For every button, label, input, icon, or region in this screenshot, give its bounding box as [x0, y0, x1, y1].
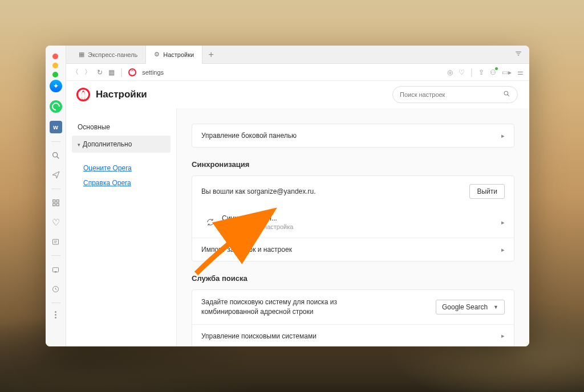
svg-rect-4 — [52, 203, 55, 206]
settings-search[interactable] — [392, 86, 518, 103]
share-icon[interactable]: ⇪ — [478, 68, 484, 76]
opera-icon — [128, 68, 136, 76]
search-icon[interactable] — [50, 150, 62, 161]
window-controls — [52, 54, 58, 77]
separator — [51, 255, 60, 256]
new-tab-button[interactable]: + — [202, 50, 220, 60]
whatsapp-icon[interactable] — [50, 100, 62, 113]
battery-icon[interactable]: ▭▸ — [502, 68, 512, 76]
svg-point-0 — [52, 153, 57, 157]
profile-icon[interactable]: ⚇ — [490, 68, 496, 76]
separator — [51, 141, 60, 142]
back-button[interactable]: 〈 — [72, 67, 79, 77]
caret-down-icon: ▼ — [493, 304, 498, 310]
gear-icon: ⚙ — [154, 51, 160, 58]
chevron-right-icon: ▸ — [501, 132, 505, 140]
sidebar-mgmt-row[interactable]: Управление боковой панелью ▸ — [192, 124, 514, 147]
tab-bar: ▦ Экспресс-панель ⚙ Настройки + — [66, 46, 529, 64]
search-card: Задайте поисковую систему для поиска из … — [192, 289, 514, 346]
search-input[interactable] — [400, 91, 503, 98]
forward-button[interactable]: 〉 — [84, 67, 91, 77]
svg-rect-5 — [56, 203, 59, 206]
chevron-right-icon: ▸ — [501, 246, 505, 254]
vk-icon[interactable]: w — [50, 121, 62, 133]
settings-header: Настройки — [66, 81, 529, 108]
nav-rate-link[interactable]: Оцените Opera — [72, 161, 171, 175]
browser-window: ✦ w ♡ ▦ Экспресс-панель — [46, 46, 529, 346]
address-text[interactable]: settings — [142, 69, 164, 76]
speed-dial-icon[interactable] — [50, 197, 62, 209]
tab-label: Экспресс-панель — [88, 51, 137, 58]
main-area: ▦ Экспресс-панель ⚙ Настройки + 〈 〉 ↻ ▦ … — [66, 46, 529, 346]
tab-settings[interactable]: ⚙ Настройки — [146, 46, 202, 64]
messenger-icon[interactable]: ✦ — [50, 80, 62, 92]
heart-icon[interactable]: ♡ — [50, 217, 62, 228]
tab-menu-icon[interactable] — [514, 50, 522, 60]
app-sidebar: ✦ w ♡ — [46, 46, 66, 346]
nav-advanced[interactable]: ▾Дополнительно — [72, 136, 171, 153]
svg-point-14 — [504, 91, 508, 95]
maximize-window[interactable] — [52, 72, 58, 77]
svg-rect-2 — [52, 200, 55, 202]
search-mgmt-row[interactable]: Управление поисковыми системами ▸ — [192, 324, 514, 346]
import-row[interactable]: Импорт закладок и настроек ▸ — [192, 238, 514, 261]
settings-body: Основные ▾Дополнительно Оцените Opera Сп… — [66, 108, 529, 346]
settings-nav: Основные ▾Дополнительно Оцените Opera Сп… — [66, 108, 177, 346]
svg-rect-9 — [53, 267, 59, 272]
chevron-right-icon: ▸ — [501, 219, 505, 226]
svg-line-15 — [508, 95, 509, 96]
grid-icon: ▦ — [79, 51, 84, 58]
svg-rect-3 — [56, 200, 59, 202]
separator — [51, 303, 60, 303]
search-icon — [503, 90, 510, 99]
nav-basic[interactable]: Основные — [72, 119, 171, 136]
signed-in-row: Вы вошли как sorganize@yandex.ru. Выйти — [192, 176, 514, 207]
section-sync: Синхронизация — [192, 160, 514, 169]
bookmark-icon[interactable]: ♡ — [459, 68, 465, 76]
news-icon[interactable] — [50, 236, 62, 247]
close-window[interactable] — [52, 54, 58, 59]
caret-down-icon: ▾ — [78, 142, 80, 148]
more-icon[interactable] — [55, 311, 56, 318]
tab-express[interactable]: ▦ Экспресс-панель — [71, 46, 146, 64]
signout-button[interactable]: Выйти — [469, 184, 505, 199]
downloads-icon[interactable] — [50, 264, 62, 275]
snapshot-icon[interactable]: ◎ — [447, 68, 453, 76]
settings-panel[interactable]: _ Управление боковой панелью ▸ Синхрониз… — [177, 108, 529, 346]
sync-card: Вы вошли как sorganize@yandex.ru. Выйти … — [192, 175, 514, 262]
reload-button[interactable]: ↻ — [97, 68, 103, 76]
separator — [51, 189, 60, 189]
section-search: Служба поиска — [192, 274, 514, 283]
sync-row[interactable]: Синхронизация... Расширенная настройка ▸ — [192, 207, 514, 238]
easy-setup-icon[interactable]: ⚌ — [517, 68, 524, 76]
minimize-window[interactable] — [52, 63, 58, 68]
page-title: Настройки — [96, 89, 147, 100]
search-engine-select[interactable]: Google Search ▼ — [436, 300, 505, 315]
tab-label: Настройки — [163, 51, 194, 58]
svg-line-1 — [56, 157, 59, 159]
search-engine-row: Задайте поисковую систему для поиска из … — [192, 290, 514, 324]
nav-help-link[interactable]: Справка Opera — [72, 175, 171, 190]
chevron-right-icon: ▸ — [501, 332, 505, 340]
history-icon[interactable] — [50, 283, 62, 295]
opera-logo — [76, 88, 90, 101]
address-bar: 〈 〉 ↻ ▦ | settings ◎ ♡ | ⇪ ⚇ ▭▸ ⚌ — [66, 64, 529, 81]
sidebar-card: Управление боковой панелью ▸ — [192, 124, 514, 148]
speed-dial-button[interactable]: ▦ — [108, 68, 115, 76]
send-icon[interactable] — [50, 169, 62, 181]
svg-rect-6 — [53, 239, 59, 244]
sync-icon — [206, 218, 215, 227]
